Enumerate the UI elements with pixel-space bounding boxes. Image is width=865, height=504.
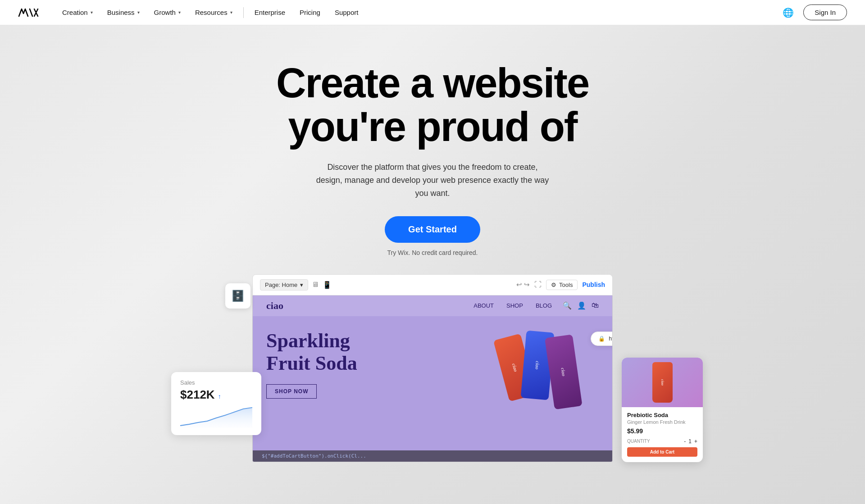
shop-now-button[interactable]: SHOP NOW	[266, 384, 317, 399]
signin-button[interactable]: Sign In	[803, 5, 847, 20]
url-bar: 🔒 https://www.ciaodrinks.com	[591, 331, 613, 346]
site-preview: ciao ABOUT SHOP BLOG 🔍 👤 🛍 Sparkling	[252, 295, 613, 462]
get-started-button[interactable]: Get Started	[385, 216, 480, 243]
lock-icon: 🔒	[598, 336, 605, 342]
chevron-down-icon: ▾	[300, 282, 303, 288]
site-nav-icons: 🔍 👤 🛍	[563, 301, 599, 310]
product-info: Prebiotic Soda Ginger Lemon Fresh Drink …	[622, 407, 703, 435]
can-blue-label: ciao	[534, 361, 541, 370]
nav-pricing[interactable]: Pricing	[292, 0, 328, 25]
site-hero-text-block: Sparkling Fruit Soda SHOP NOW	[266, 330, 357, 399]
site-logo: ciao	[266, 300, 463, 312]
search-icon[interactable]: 🔍	[563, 301, 572, 310]
site-hero-title: Sparkling Fruit Soda	[266, 330, 357, 375]
undo-icon[interactable]: ↩	[516, 281, 522, 289]
site-nav-shop[interactable]: SHOP	[506, 302, 523, 309]
chevron-down-icon: ▾	[137, 10, 140, 15]
desktop-icon[interactable]: 🖥	[312, 281, 319, 289]
site-nav-links: ABOUT SHOP BLOG	[473, 302, 552, 309]
can-purple-label: ciao	[560, 367, 567, 376]
product-price: $5.99	[627, 427, 697, 435]
nav-creation[interactable]: Creation ▾	[55, 0, 100, 25]
hero-text: Create a website you're proud of Discove…	[276, 25, 589, 256]
browser-chrome-left: Page: Home ▾ 🖥 📱	[260, 279, 511, 291]
nav-support[interactable]: Support	[328, 0, 366, 25]
can-purple: ciao	[545, 334, 583, 409]
hero-section: Create a website you're proud of Discove…	[0, 25, 865, 504]
product-image: ciao	[622, 358, 703, 407]
wix-logo[interactable]	[18, 5, 41, 20]
quantity-controls: - 1 +	[684, 438, 697, 445]
product-can-image: ciao	[652, 362, 673, 403]
page-selector[interactable]: Page: Home ▾	[260, 279, 308, 291]
chevron-down-icon: ▾	[178, 10, 181, 15]
browser-mockup: 🗄️ Sales $212K ↑	[252, 274, 613, 462]
product-quantity-row: QUANTITY - 1 +	[622, 438, 703, 445]
mobile-icon[interactable]: 📱	[323, 281, 332, 289]
site-nav-about[interactable]: ABOUT	[473, 302, 494, 309]
product-description: Ginger Lemon Fresh Drink	[627, 419, 697, 425]
product-name: Prebiotic Soda	[627, 412, 697, 418]
quantity-label: QUANTITY	[627, 439, 650, 444]
sales-chart	[180, 405, 252, 428]
trend-icon: ↑	[218, 393, 221, 400]
chevron-down-icon: ▾	[230, 10, 232, 15]
quantity-plus[interactable]: +	[694, 438, 697, 445]
publish-button[interactable]: Publish	[582, 281, 605, 288]
nav-growth[interactable]: Growth ▾	[147, 0, 188, 25]
nav-resources[interactable]: Resources ▾	[188, 0, 240, 25]
undo-redo-controls: ↩ ↪	[516, 281, 530, 289]
database-icon-card: 🗄️	[225, 283, 250, 309]
database-icon: 🗄️	[231, 290, 245, 302]
device-icons: 🖥 📱	[312, 281, 332, 289]
nav-links: Creation ▾ Business ▾ Growth ▾ Resources…	[55, 0, 780, 25]
cta-note: Try Wix. No credit card required.	[276, 249, 589, 256]
language-selector[interactable]: 🌐	[780, 5, 796, 21]
site-nav: ciao ABOUT SHOP BLOG 🔍 👤 🛍	[253, 295, 612, 316]
code-snippet: ${"#addToCartButton").onClick(Cl...	[253, 450, 612, 462]
user-icon[interactable]: 👤	[577, 301, 586, 310]
site-hero-content: Sparkling Fruit Soda SHOP NOW ciao ciao …	[253, 316, 612, 399]
nav-right: 🌐 Sign In	[780, 5, 847, 21]
tools-button[interactable]: ⚙ Tools	[546, 280, 578, 290]
sales-value: $212K ↑	[180, 388, 252, 402]
quantity-minus[interactable]: -	[684, 438, 686, 445]
add-to-cart-button[interactable]: Add to Cart	[627, 447, 697, 457]
browser-actions: ↩ ↪ ⛶ ⚙ Tools Publish	[516, 280, 605, 290]
nav-enterprise[interactable]: Enterprise	[247, 0, 292, 25]
hero-subtitle: Discover the platform that gives you the…	[315, 161, 550, 200]
sales-card: Sales $212K ↑	[171, 372, 261, 435]
chevron-down-icon: ▾	[91, 10, 93, 15]
redo-icon[interactable]: ↪	[524, 281, 530, 289]
tools-icon: ⚙	[551, 282, 556, 288]
sales-label: Sales	[180, 379, 252, 386]
quantity-value: 1	[688, 438, 692, 445]
product-card: ciao Prebiotic Soda Ginger Lemon Fresh D…	[622, 358, 703, 462]
browser-chrome: Page: Home ▾ 🖥 📱 ↩ ↪ ⛶ ⚙ Tools Publ	[252, 274, 613, 295]
fullscreen-icon[interactable]: ⛶	[534, 281, 542, 289]
can-red-label: ciao	[511, 363, 519, 372]
soda-cans: ciao ciao ciao	[501, 327, 576, 399]
cart-icon[interactable]: 🛍	[592, 301, 599, 310]
hero-title: Create a website you're proud of	[276, 61, 589, 148]
navbar: Creation ▾ Business ▾ Growth ▾ Resources…	[0, 0, 865, 25]
nav-business[interactable]: Business ▾	[100, 0, 147, 25]
nav-divider	[243, 7, 244, 18]
product-can-label: ciao	[660, 379, 665, 386]
site-nav-blog[interactable]: BLOG	[536, 302, 552, 309]
